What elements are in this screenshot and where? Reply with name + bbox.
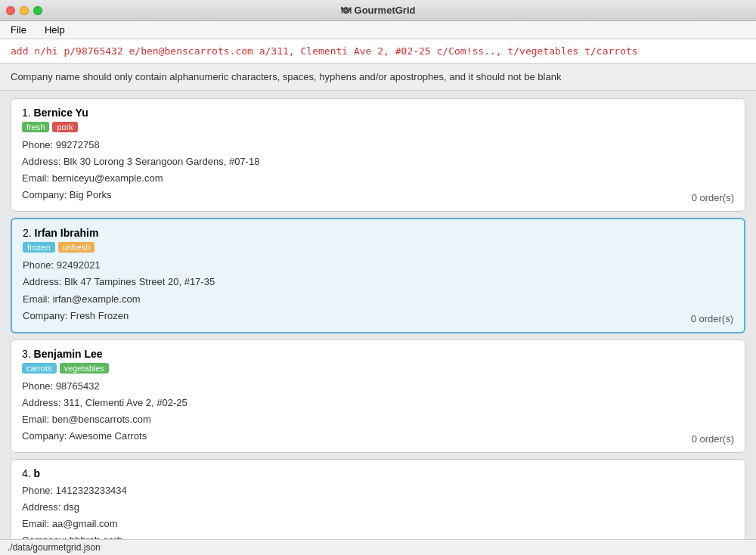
contact-address: Address: Blk 47 Tampines Street 20, #17-…: [23, 274, 733, 290]
order-count: 0 order(s): [692, 433, 734, 445]
tag-fresh: fresh: [22, 122, 49, 132]
contact-phone: Phone: 92492021: [23, 257, 733, 274]
maximize-button[interactable]: [33, 6, 42, 15]
menu-bar: File Help: [0, 21, 756, 39]
contact-info: Phone: 98765432 Address: 311, Clementi A…: [22, 378, 734, 445]
contact-index: 3.: [22, 348, 31, 360]
contact-index: 1.: [22, 107, 31, 119]
contact-name: 3. Benjamin Lee: [22, 348, 734, 360]
app-icon: 🍽: [341, 5, 351, 16]
contact-card[interactable]: 1. Bernice Yufreshpork Phone: 99272758 A…: [11, 98, 745, 212]
contact-email: Email: berniceyu@example.com: [22, 170, 734, 187]
order-count: 0 order(s): [692, 538, 734, 540]
contact-tags: frozenunfresh: [23, 242, 733, 253]
close-button[interactable]: [6, 6, 15, 15]
contact-email: Email: irfan@example.com: [23, 291, 733, 308]
tag-pork: pork: [52, 122, 77, 132]
tag-carrots: carrots: [22, 363, 57, 374]
contact-card[interactable]: 3. Benjamin Leecarrotsvegetables Phone: …: [11, 340, 745, 453]
contact-company: Company: Awesome Carrots: [22, 428, 734, 445]
contact-list: 1. Bernice Yufreshpork Phone: 99272758 A…: [0, 91, 756, 539]
command-text: add n/hi p/98765432 e/ben@benscarrots.co…: [11, 45, 638, 57]
contact-index: 4.: [22, 467, 31, 479]
command-bar: add n/hi p/98765432 e/ben@benscarrots.co…: [0, 39, 756, 64]
order-count: 0 order(s): [691, 313, 733, 324]
contact-company: Company: hhhreh gerh: [22, 532, 734, 539]
contact-name: 4. b: [22, 467, 734, 479]
menu-help[interactable]: Help: [40, 23, 70, 37]
contact-info: Phone: 92492021 Address: Blk 47 Tampines…: [23, 257, 733, 324]
contact-address: Address: Blk 30 Lorong 3 Serangoon Garde…: [22, 153, 734, 170]
error-bar: Company name should only contain alphanu…: [0, 64, 756, 91]
tag-unfresh: unfresh: [58, 242, 95, 253]
error-message: Company name should only contain alphanu…: [11, 71, 561, 82]
contact-email: Email: aa@gmail.com: [22, 516, 734, 532]
contact-tags: freshpork: [22, 122, 734, 132]
title-bar: 🍽 GourmetGrid: [0, 0, 756, 21]
contact-email: Email: ben@benscarrots.com: [22, 411, 734, 428]
contact-tags: carrotsvegetables: [22, 363, 734, 374]
contact-company: Company: Fresh Frozen: [23, 308, 733, 324]
contact-phone: Phone: 1412323233434: [22, 482, 734, 499]
contact-index: 2.: [23, 227, 32, 239]
contact-address: Address: 311, Clementi Ave 2, #02-25: [22, 395, 734, 411]
contact-info: Phone: 99272758 Address: Blk 30 Lorong 3…: [22, 137, 734, 203]
contact-info: Phone: 1412323233434 Address: dsg Email:…: [22, 482, 734, 539]
menu-file[interactable]: File: [6, 23, 31, 37]
contact-phone: Phone: 98765432: [22, 378, 734, 395]
contact-company: Company: Big Porks: [22, 187, 734, 203]
status-text: ./data/gourmetgrid.json: [8, 542, 101, 553]
contact-phone: Phone: 99272758: [22, 137, 734, 153]
minimize-button[interactable]: [20, 6, 29, 15]
window-controls[interactable]: [6, 6, 42, 15]
contact-name: 1. Bernice Yu: [22, 107, 734, 119]
contact-name: 2. Irfan Ibrahim: [23, 227, 733, 239]
app-title: GourmetGrid: [355, 5, 416, 16]
tag-vegetables: vegetables: [60, 363, 109, 374]
contact-card[interactable]: 4. b Phone: 1412323233434 Address: dsg E…: [11, 459, 745, 539]
status-bar: ./data/gourmetgrid.json: [0, 539, 756, 555]
contact-address: Address: dsg: [22, 499, 734, 516]
window-title: 🍽 GourmetGrid: [341, 5, 416, 16]
contact-card[interactable]: 2. Irfan Ibrahimfrozenunfresh Phone: 924…: [11, 218, 745, 333]
order-count: 0 order(s): [692, 192, 734, 203]
tag-frozen: frozen: [23, 242, 55, 253]
